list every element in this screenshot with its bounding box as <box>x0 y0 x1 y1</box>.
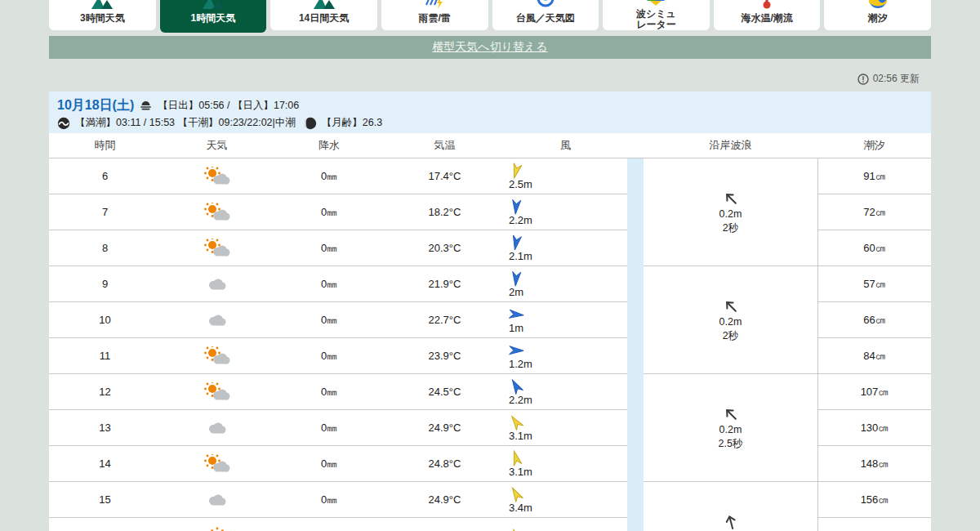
wind-direction-arrow-icon <box>507 270 525 288</box>
wind-direction-arrow-icon <box>507 485 525 503</box>
tide-cell: 148㎝ <box>817 446 931 482</box>
weather-cloudy-icon <box>203 310 231 330</box>
forecast-tab-bar: 3時間天気1時間天気14日間天気雨雲/雷台風／天気図波シミュ レーター海水温/潮… <box>49 0 931 33</box>
tide-cell: 91㎝ <box>817 158 931 194</box>
wind-cell: 1.2m <box>504 338 627 374</box>
column-header: 沿岸波浪 <box>644 133 817 158</box>
weather-mountain-icon <box>160 0 267 11</box>
sea-temp-icon <box>714 0 821 11</box>
wind-direction-arrow-icon <box>507 377 525 395</box>
wind-cell: 2.1m <box>504 230 627 266</box>
hour-cell: 10 <box>49 302 161 338</box>
tide-times: 【満潮】03:11 / 15:53 【干潮】09:23/22:02|中潮 <box>75 116 296 130</box>
precip-cell: 0㎜ <box>273 410 385 446</box>
weather-cloudy-icon <box>203 490 231 510</box>
tab-6[interactable]: 波シミュ レーター <box>603 0 710 30</box>
wind-speed: 1m <box>509 322 523 334</box>
wind-speed: 3.1m <box>509 430 532 442</box>
wind-speed: 2m <box>509 286 523 298</box>
weather-sunny-icon <box>203 526 231 531</box>
sun-times: 【日出】05:56 / 【日入】17:06 <box>158 99 299 113</box>
tide-cell: 60㎝ <box>817 230 931 266</box>
weather-partly-icon <box>203 167 231 186</box>
hour-cell: 11 <box>49 338 161 374</box>
hour-cell: 9 <box>49 266 161 302</box>
temp-cell: 22.7°C <box>385 302 504 338</box>
temp-cell: 24.5°C <box>385 518 504 531</box>
wind-direction-arrow-icon <box>507 234 525 252</box>
tab-5[interactable]: 台風／天気図 <box>492 0 599 30</box>
date-header: 10月18日(土) 【日出】05:56 / 【日入】17:06 【満潮】03:1… <box>49 91 931 133</box>
rain-lightning-icon <box>381 0 488 11</box>
switch-layout-link[interactable]: 横型天気へ切り替える <box>432 40 547 55</box>
weather-cloudy-icon <box>203 418 231 438</box>
precip-cell: 0㎜ <box>273 482 385 518</box>
tab-2[interactable]: 1時間天気 <box>160 0 267 33</box>
hour-cell: 6 <box>49 158 161 194</box>
daytime-strip <box>627 158 644 531</box>
hour-cell: 13 <box>49 410 161 446</box>
temp-cell: 23.9°C <box>385 338 504 374</box>
tab-label: 3時間天気 <box>80 13 125 24</box>
sunrise-icon <box>139 100 153 112</box>
temp-cell: 21.9°C <box>385 266 504 302</box>
hour-cell: 7 <box>49 194 161 230</box>
tab-3[interactable]: 14日間天気 <box>270 0 377 30</box>
tab-1[interactable]: 3時間天気 <box>49 0 156 30</box>
wind-speed: 2.2m <box>509 394 532 406</box>
column-header: 気温 <box>385 133 504 158</box>
weather-mountain-icon <box>270 0 377 11</box>
precip-cell: 0㎜ <box>273 158 385 194</box>
precip-cell: 0㎜ <box>273 338 385 374</box>
precip-cell: 0㎜ <box>273 194 385 230</box>
column-header: 風 <box>504 133 627 158</box>
temp-cell: 24.5°C <box>385 374 504 410</box>
weather-icon-cell <box>161 230 273 266</box>
tab-label: 14日間天気 <box>299 13 349 24</box>
weather-partly-icon <box>203 382 231 402</box>
tide-cell: 57㎝ <box>817 266 931 302</box>
tide-cell: 66㎝ <box>817 302 931 338</box>
weather-partly-icon <box>203 454 231 474</box>
tab-7[interactable]: 海水温/潮流 <box>714 0 821 30</box>
tide-cell: 107㎝ <box>817 374 931 410</box>
wind-speed: 1.2m <box>509 358 532 370</box>
tab-8[interactable]: 潮汐 <box>824 0 931 30</box>
precip-cell: 0㎜ <box>273 446 385 482</box>
weather-icon-cell <box>161 446 273 482</box>
wind-cell: 3.4m <box>504 482 627 518</box>
tab-label: 波シミュ レーター <box>636 9 676 30</box>
wind-cell: 2m <box>504 266 627 302</box>
moon-icon <box>304 117 317 130</box>
wind-speed: 2.5m <box>509 178 532 190</box>
temp-cell: 24.9°C <box>385 482 504 518</box>
wave-period: 2秒 <box>723 221 738 235</box>
table-header-row: 時間天気降水気温風沿岸波浪潮汐 <box>49 133 931 158</box>
tide-cell: 157㎝ <box>817 518 931 531</box>
wave-direction-arrow-icon <box>722 405 740 423</box>
precip-cell: 0㎜ <box>273 266 385 302</box>
temp-cell: 18.2°C <box>385 194 504 230</box>
temp-cell: 17.4°C <box>385 158 504 194</box>
tab-4[interactable]: 雨雲/雷 <box>381 0 488 30</box>
column-header: 時間 <box>49 133 161 158</box>
tide-cell: 130㎝ <box>817 410 931 446</box>
temp-cell: 20.3°C <box>385 230 504 266</box>
update-time-text: 02:56 更新 <box>873 72 920 86</box>
weather-partly-icon <box>203 346 231 366</box>
precip-cell: 0㎜ <box>273 230 385 266</box>
wind-direction-arrow-icon <box>507 341 525 359</box>
wave-period: 2.5秒 <box>719 437 743 451</box>
wind-cell <box>504 518 627 531</box>
date-title: 10月18日(土) <box>57 97 134 114</box>
coastal-wave-cell: 0.2m2.5秒 <box>644 374 817 482</box>
switch-layout-bar: 横型天気へ切り替える <box>49 36 931 59</box>
precip-cell: 0㎜ <box>273 302 385 338</box>
temp-cell: 24.8°C <box>385 446 504 482</box>
coastal-wave-cell: 0.2m2秒 <box>644 266 817 374</box>
tide-wave-icon <box>57 117 70 130</box>
wave-sim-icon <box>603 0 710 7</box>
wind-direction-arrow-icon <box>507 413 525 431</box>
moon-age: 【月齢】26.3 <box>322 116 382 130</box>
column-header: 降水 <box>273 133 385 158</box>
